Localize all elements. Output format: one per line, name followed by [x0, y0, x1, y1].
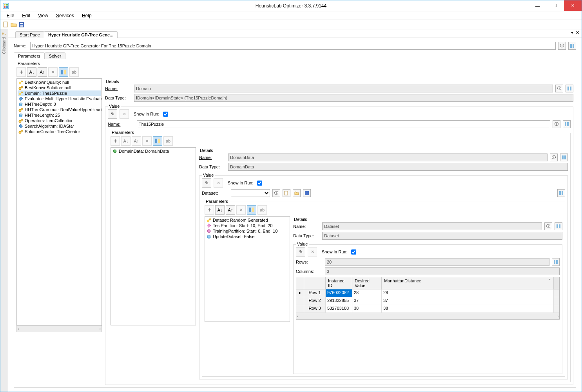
view-mode-icon[interactable] [566, 85, 573, 92]
open-icon[interactable] [293, 189, 301, 197]
new-icon[interactable] [283, 189, 290, 197]
tab-dropdown-icon[interactable]: ▾ [571, 30, 573, 35]
clipboard-label: Clipboard [2, 37, 6, 54]
table-row[interactable]: ▸Row 19760320822828 [296, 289, 559, 297]
delete-icon: ✕ [214, 178, 223, 188]
tab-close-icon[interactable]: ✕ [576, 30, 579, 35]
table-row[interactable]: Row 35327031083838 [296, 305, 559, 313]
showinrun-checkbox[interactable] [163, 112, 168, 117]
sort-desc-icon: A↑ [132, 136, 141, 146]
table-row[interactable]: Row 22913228553737 [296, 297, 559, 305]
sort-asc-icon: A↓ [121, 136, 131, 146]
svg-point-14 [21, 81, 23, 82]
dataset-select[interactable] [231, 189, 270, 197]
sort-desc-icon[interactable]: A↑ [226, 205, 235, 215]
svg-rect-51 [556, 260, 558, 264]
svg-rect-31 [565, 122, 566, 126]
d1-name2-value[interactable] [137, 120, 550, 128]
parameters-list[interactable]: BestKnownQuality: nullBestKnownSolution:… [16, 78, 102, 326]
list-item[interactable]: TrainingPartition: Start: 0, End: 10 [206, 228, 289, 234]
close-button[interactable]: ✕ [564, 0, 582, 11]
d1-param-list[interactable]: DomainData: DomainData [111, 147, 196, 325]
list-item[interactable]: Evaluator: Multi Hyper Heuristic Evaluat… [18, 96, 101, 101]
info-icon[interactable]: ⓘ [272, 189, 280, 197]
th-instanceid[interactable]: Instance ID [326, 277, 352, 289]
showinrun-checkbox[interactable] [257, 181, 262, 186]
list-item[interactable]: TestPartition: Start: 10, End: 20 [206, 223, 289, 228]
save-icon[interactable] [303, 189, 311, 197]
dataset-table[interactable]: Instance ID Desired Value ManhattanDista… [296, 277, 560, 320]
menu-services[interactable]: Services [53, 13, 77, 18]
menu-edit[interactable]: Edit [19, 13, 33, 18]
subtab-solver[interactable]: Solver [45, 52, 65, 59]
sort-desc-icon[interactable]: A↑ [38, 67, 47, 77]
view-mode-icon[interactable] [560, 154, 568, 161]
list-item[interactable]: BestKnownSolution: null [18, 85, 101, 90]
view-mode-icon[interactable] [555, 222, 562, 230]
list-item[interactable]: Domain: The15Puzzle [18, 90, 101, 96]
showinrun-checkbox[interactable] [351, 249, 356, 255]
name-input[interactable] [30, 42, 556, 50]
menu-file[interactable]: File [4, 13, 17, 18]
subtab-parameters[interactable]: Parameters [14, 52, 45, 59]
list-item[interactable]: HHTreeDepth: 8 [18, 101, 101, 107]
svg-rect-29 [567, 87, 569, 90]
app-icon [3, 3, 9, 9]
th-rowlabel [304, 277, 326, 289]
list-item[interactable]: HHTreeGrammar: RealValueHyperHeuristicGr… [18, 107, 101, 112]
menu-help[interactable]: Help [79, 13, 95, 18]
info-icon[interactable]: ⓘ [555, 85, 563, 92]
new-icon[interactable] [3, 22, 9, 28]
th-manhattan[interactable]: ManhattanDistance ˄ [382, 277, 554, 289]
open-icon[interactable] [11, 22, 17, 28]
d2-param-list[interactable]: Dataset: Random GeneratedTestPartition: … [205, 216, 290, 322]
show-details-icon[interactable] [153, 136, 162, 146]
maximize-button[interactable]: ☐ [546, 0, 564, 11]
svg-rect-11 [61, 70, 63, 74]
edit-icon[interactable]: ✎ [296, 247, 305, 257]
view-mode-icon[interactable] [568, 42, 576, 50]
edit-icon[interactable]: ✎ [202, 178, 211, 188]
svg-point-28 [21, 130, 23, 132]
svg-point-24 [19, 114, 22, 116]
menu-view[interactable]: View [35, 13, 51, 18]
edit-icon[interactable]: ✎ [108, 109, 117, 119]
list-item[interactable]: HHTreeLength: 25 [18, 112, 101, 118]
table-hscroll[interactable]: ‹› [296, 313, 559, 319]
show-details-icon[interactable] [59, 67, 68, 77]
list-item[interactable]: DomainData: DomainData [119, 149, 169, 154]
list-item[interactable]: SolutionCreator: TreeCreator [18, 129, 101, 134]
list-item[interactable]: Operators: ItemCollection [18, 118, 101, 123]
add-icon: ✚ [205, 205, 214, 215]
save-icon[interactable] [18, 22, 25, 28]
sort-asc-icon[interactable]: A↓ [27, 67, 36, 77]
list-item[interactable]: BestKnownQuality: null [18, 79, 101, 85]
svg-rect-49 [559, 224, 560, 228]
sort-asc-icon[interactable]: A↓ [215, 205, 225, 215]
minimize-button[interactable]: — [529, 0, 546, 11]
svg-rect-3 [4, 6, 5, 8]
info-icon[interactable]: ⓘ [544, 222, 552, 230]
info-icon[interactable]: ⓘ [553, 120, 560, 128]
info-icon[interactable]: ⓘ [558, 42, 566, 50]
d3-name-label: Name: [293, 224, 320, 229]
list-item[interactable]: Dataset: Random Generated [206, 217, 289, 223]
svg-point-22 [21, 108, 23, 110]
d1-name2-label: Name: [108, 122, 134, 126]
svg-rect-12 [64, 70, 66, 74]
show-details-icon[interactable] [247, 205, 256, 215]
th-desired[interactable]: Desired Value [352, 277, 382, 289]
info-icon[interactable]: ⓘ [550, 154, 558, 161]
tab-start-page[interactable]: Start Page [15, 31, 44, 38]
list-hscroll[interactable]: ‹› [16, 326, 102, 332]
d1-datatype-label: Data Type: [105, 96, 132, 100]
tab-hyper-heuristic[interactable]: Hyper Heuristic GP-Tree Gene... [44, 31, 118, 38]
view-mode-icon[interactable] [552, 258, 560, 266]
svg-rect-4 [6, 6, 8, 8]
view-mode-icon[interactable] [557, 189, 565, 197]
list-item[interactable]: UpdateDataset: False [206, 234, 289, 239]
clipboard-panel[interactable]: HL Clipboard [0, 29, 8, 392]
view-mode-icon[interactable] [563, 120, 571, 128]
svg-point-13 [19, 82, 21, 84]
list-item[interactable]: SearchAlgorithm: IDAStar [18, 123, 101, 129]
